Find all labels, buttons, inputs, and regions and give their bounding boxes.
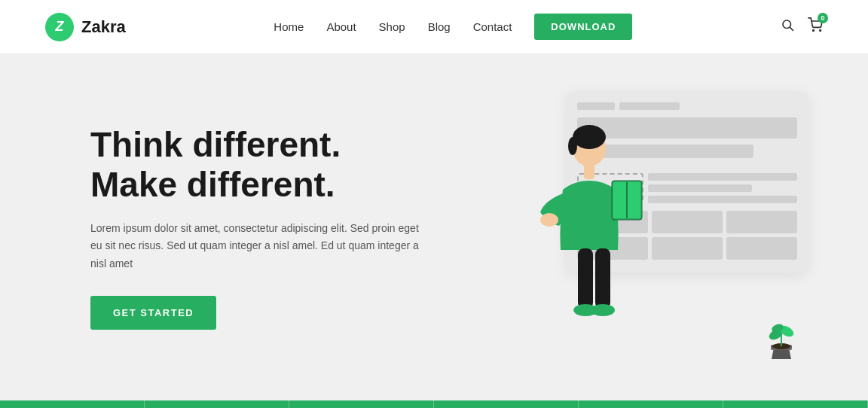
svg-point-2 bbox=[813, 30, 815, 32]
header: Z Zakra Home About Shop Blog Contact DOW… bbox=[0, 0, 868, 54]
svg-rect-7 bbox=[584, 164, 594, 179]
bottom-bar bbox=[0, 400, 868, 408]
hero-description: Lorem ipsum dolor sit amet, consectetur … bbox=[90, 220, 422, 273]
svg-point-5 bbox=[573, 125, 606, 149]
svg-point-6 bbox=[568, 137, 577, 155]
screen-bar-2 bbox=[619, 102, 680, 110]
logo-icon: Z bbox=[45, 13, 74, 41]
download-button[interactable]: DOWNLOAD bbox=[534, 14, 632, 40]
person-illustration bbox=[506, 114, 657, 355]
search-icon[interactable] bbox=[781, 18, 794, 35]
svg-rect-14 bbox=[595, 248, 610, 309]
screen-top-bar bbox=[577, 102, 797, 110]
svg-point-3 bbox=[820, 30, 821, 32]
svg-point-8 bbox=[540, 213, 558, 227]
hero-illustration bbox=[476, 77, 808, 378]
screen-right-col bbox=[648, 173, 797, 203]
nav-item-about[interactable]: About bbox=[326, 20, 356, 33]
nav-item-contact[interactable]: Contact bbox=[473, 20, 512, 33]
nav-item-shop[interactable]: Shop bbox=[379, 20, 405, 33]
plant-illustration bbox=[763, 318, 800, 363]
hero-title: Think different. Make different. bbox=[90, 125, 422, 205]
svg-rect-13 bbox=[578, 248, 593, 309]
screen-bar-1 bbox=[577, 102, 615, 110]
svg-point-16 bbox=[591, 304, 615, 316]
hero-section: Think different. Make different. Lorem i… bbox=[0, 54, 868, 400]
nav-item-blog[interactable]: Blog bbox=[428, 20, 451, 33]
get-started-button[interactable]: GET STARTED bbox=[90, 296, 216, 330]
hero-content: Think different. Make different. Lorem i… bbox=[90, 125, 422, 330]
cart-badge: 0 bbox=[818, 13, 828, 23]
svg-line-1 bbox=[790, 27, 793, 30]
cart-icon[interactable]: 0 bbox=[808, 17, 823, 36]
header-icons: 0 bbox=[781, 17, 823, 36]
main-nav: Home About Shop Blog Contact DOWNLOAD bbox=[274, 14, 632, 40]
nav-item-home[interactable]: Home bbox=[274, 20, 304, 33]
logo-area[interactable]: Z Zakra bbox=[45, 13, 126, 41]
logo-text: Zakra bbox=[81, 17, 126, 37]
